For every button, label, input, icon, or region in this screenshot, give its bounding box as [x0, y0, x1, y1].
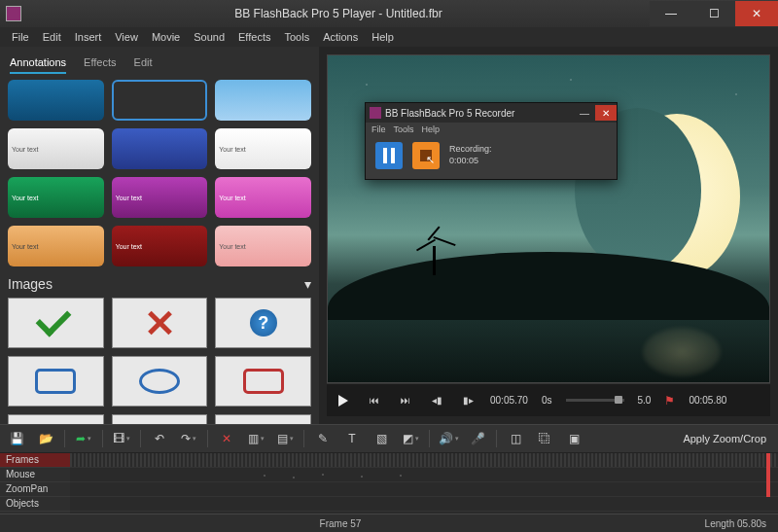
share-button[interactable]: ➦: [73, 429, 94, 448]
menu-edit[interactable]: Edit: [37, 29, 67, 45]
menu-movie[interactable]: Movie: [146, 29, 186, 45]
image-blue-rect[interactable]: [8, 356, 104, 407]
delete-button[interactable]: ✕: [216, 429, 237, 448]
images-section-header[interactable]: Images ▾: [8, 276, 311, 292]
recorder-window[interactable]: BB FlashBack Pro 5 Recorder — ✕ File Too…: [365, 102, 618, 180]
image-button[interactable]: ▧: [371, 429, 392, 448]
image-checkmark[interactable]: [8, 298, 104, 348]
timeline-tracks[interactable]: 🔓: [70, 453, 778, 514]
step-forward-button[interactable]: ▮▸: [459, 392, 477, 409]
preview-water: [328, 320, 769, 382]
export-button[interactable]: 🎞: [111, 429, 132, 448]
recorder-stop-button[interactable]: ↖: [412, 142, 440, 169]
recorder-pause-button[interactable]: [375, 142, 403, 169]
track-objects[interactable]: [70, 497, 778, 512]
copy-button[interactable]: ⿻: [534, 429, 555, 448]
callout-style-8[interactable]: Your text: [112, 177, 208, 218]
step-back-button[interactable]: ◂▮: [428, 392, 445, 409]
menu-effects[interactable]: Effects: [232, 29, 276, 45]
callout-style-9[interactable]: Your text: [215, 177, 311, 218]
image-red-oval[interactable]: [8, 414, 104, 424]
callout-style-1[interactable]: [8, 80, 104, 121]
image-red-oval-2[interactable]: [112, 414, 208, 424]
window-close-button[interactable]: ✕: [735, 1, 778, 26]
menu-sound[interactable]: Sound: [188, 29, 230, 45]
recorder-menubar: File Tools Help: [366, 123, 617, 136]
undo-button[interactable]: ↶: [149, 429, 170, 448]
speed-slider[interactable]: [566, 399, 624, 402]
callout-style-2[interactable]: [112, 80, 208, 121]
image-blue-oval[interactable]: [112, 356, 208, 407]
recorder-menu-help[interactable]: Help: [422, 124, 441, 134]
callout-style-10[interactable]: Your text: [8, 226, 104, 266]
callout-style-7[interactable]: Your text: [8, 177, 104, 218]
window-title: BB FlashBack Pro 5 Player - Untitled.fbr: [27, 7, 650, 20]
textbox-button[interactable]: T: [341, 429, 363, 448]
callout-style-6[interactable]: Your text: [215, 128, 311, 169]
cursor-icon: ↖: [426, 154, 435, 166]
callout-style-4[interactable]: Your text: [8, 128, 104, 169]
track-label-frames[interactable]: Frames: [0, 453, 70, 468]
collapse-icon: ▾: [304, 276, 311, 292]
play-button[interactable]: [335, 392, 352, 409]
preview-moon: [614, 114, 740, 279]
tab-annotations[interactable]: Annotations: [10, 56, 66, 74]
track-label-zoompan[interactable]: ZoomPan: [0, 482, 70, 497]
window-minimize-button[interactable]: —: [650, 1, 692, 26]
audio-button[interactable]: 🔊: [438, 429, 459, 448]
skip-end-button[interactable]: ⏭: [397, 392, 414, 409]
image-red-rect[interactable]: [215, 356, 311, 407]
text-annotation-button[interactable]: ✎: [312, 429, 334, 448]
menubar: File Edit Insert View Movie Sound Effect…: [0, 27, 778, 47]
menu-actions[interactable]: Actions: [317, 29, 364, 45]
callout-style-11[interactable]: Your text: [112, 226, 208, 266]
callout-style-3[interactable]: [215, 80, 311, 121]
track-mouse[interactable]: [70, 468, 778, 482]
highlight-button[interactable]: ◩: [400, 429, 421, 448]
images-grid: ?: [8, 298, 311, 424]
skip-start-button[interactable]: ⏮: [366, 392, 383, 409]
menu-tools[interactable]: Tools: [278, 29, 315, 45]
image-cross[interactable]: [112, 298, 208, 348]
timeline-end-marker[interactable]: [766, 453, 770, 497]
menu-insert[interactable]: Insert: [69, 29, 108, 45]
status-frame: Frame 57: [194, 518, 486, 529]
window-maximize-button[interactable]: ☐: [692, 1, 735, 26]
mic-button[interactable]: 🎤: [467, 429, 488, 448]
annotation-bubbles-grid: Your text Your text Your text Your text …: [8, 80, 311, 266]
image-question[interactable]: ?: [215, 298, 311, 348]
crop-tool-button[interactable]: ◫: [505, 429, 526, 448]
track-label-mouse[interactable]: Mouse: [0, 468, 70, 482]
app-icon: [6, 6, 21, 21]
marker-flag-icon[interactable]: ⚑: [664, 394, 675, 408]
recorder-menu-file[interactable]: File: [371, 124, 386, 134]
insert-frame-button[interactable]: ▥: [245, 429, 266, 448]
statusbar: Frame 57 Length 05.80s: [0, 514, 778, 532]
callout-style-12[interactable]: Your text: [215, 226, 311, 266]
track-label-objects[interactable]: Objects: [0, 497, 70, 512]
recorder-app-icon: [370, 107, 381, 119]
speed-max-label: 5.0: [638, 395, 652, 406]
tab-effects[interactable]: Effects: [84, 56, 116, 74]
menu-help[interactable]: Help: [366, 29, 400, 45]
track-frames[interactable]: [70, 453, 778, 468]
callout-style-5[interactable]: [112, 128, 208, 169]
clip-button[interactable]: ▣: [563, 429, 584, 448]
open-button[interactable]: 📂: [35, 429, 56, 448]
save-button[interactable]: 💾: [6, 429, 27, 448]
track-zoompan[interactable]: [70, 482, 778, 497]
images-section-label: Images: [8, 276, 53, 292]
tab-edit[interactable]: Edit: [134, 56, 153, 74]
recorder-close-button[interactable]: ✕: [595, 105, 617, 121]
recorder-titlebar[interactable]: BB FlashBack Pro 5 Recorder — ✕: [366, 103, 617, 123]
menu-view[interactable]: View: [109, 29, 144, 45]
speed-min-label: 0s: [542, 395, 552, 406]
recorder-menu-tools[interactable]: Tools: [394, 124, 414, 134]
crop-frame-button[interactable]: ▤: [274, 429, 296, 448]
recorder-minimize-button[interactable]: —: [574, 105, 595, 121]
apply-zoom-crop-button[interactable]: Apply Zoom/Crop: [677, 433, 772, 444]
menu-file[interactable]: File: [6, 29, 35, 45]
video-preview[interactable]: BB FlashBack Pro 5 Recorder — ✕ File Too…: [327, 54, 770, 383]
redo-button[interactable]: ↷: [178, 429, 199, 448]
image-red-rect-2[interactable]: [215, 414, 311, 424]
